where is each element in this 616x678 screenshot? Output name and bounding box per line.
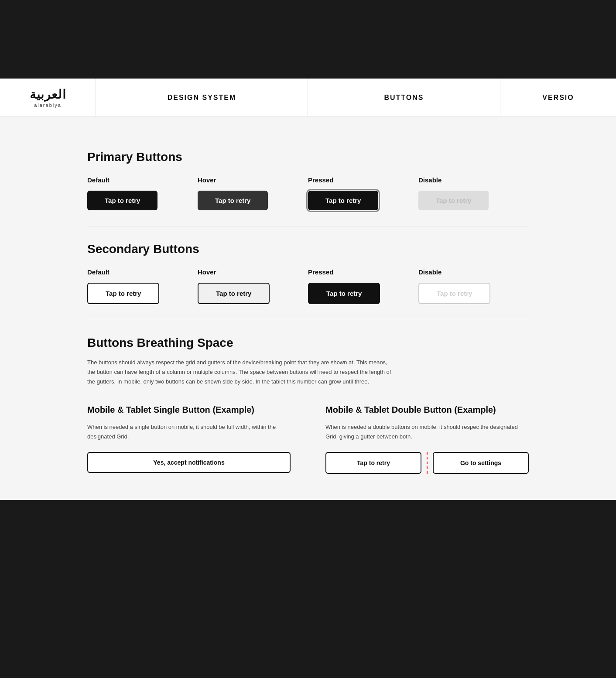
secondary-pressed-col: Pressed Tap to retry xyxy=(308,268,418,304)
mobile-single-title: Mobile & Tablet Single Button (Example) xyxy=(87,404,291,415)
primary-hover-button[interactable]: Tap to retry xyxy=(198,191,268,210)
main-content: Primary Buttons Default Tap to retry Hov… xyxy=(0,117,616,500)
header: العربية alarabiya DESIGN SYSTEM BUTTONS … xyxy=(0,79,616,117)
secondary-divider xyxy=(87,320,529,320)
primary-disabled-button: Tap to retry xyxy=(418,191,489,210)
secondary-buttons-row: Default Tap to retry Hover Tap to retry … xyxy=(87,268,529,304)
secondary-disabled-col: Disable Tap to retry xyxy=(418,268,529,304)
breathing-space-title: Buttons Breathing Space xyxy=(87,336,529,350)
header-version-cell: VERSIO xyxy=(500,79,616,116)
top-background xyxy=(0,0,616,39)
primary-hover-label: Hover xyxy=(198,176,216,184)
secondary-disabled-button: Tap to retry xyxy=(418,283,490,304)
mobile-double-col: Mobile & Tablet Double Button (Example) … xyxy=(325,404,529,474)
page-wrapper: العربية alarabiya DESIGN SYSTEM BUTTONS … xyxy=(0,0,616,678)
primary-divider xyxy=(87,226,529,226)
examples-row: Mobile & Tablet Single Button (Example) … xyxy=(87,404,529,474)
mobile-double-buttons-row: Tap to retry Go to settings xyxy=(325,452,529,474)
primary-default-label: Default xyxy=(87,176,110,184)
version-label: VERSIO xyxy=(542,94,574,102)
primary-default-button[interactable]: Tap to retry xyxy=(87,191,157,210)
secondary-pressed-button[interactable]: Tap to retry xyxy=(308,283,380,304)
mobile-double-left-button[interactable]: Tap to retry xyxy=(325,452,421,474)
secondary-disabled-label: Disable xyxy=(418,268,441,276)
secondary-hover-col: Hover Tap to retry xyxy=(198,268,308,304)
primary-buttons-row: Default Tap to retry Hover Tap to retry … xyxy=(87,176,529,210)
primary-hover-col: Hover Tap to retry xyxy=(198,176,308,210)
secondary-default-label: Default xyxy=(87,268,110,276)
mobile-double-right-button[interactable]: Go to settings xyxy=(433,452,529,474)
secondary-hover-button[interactable]: Tap to retry xyxy=(198,283,270,304)
logo-latin-text: alarabiya xyxy=(34,103,62,108)
secondary-pressed-label: Pressed xyxy=(308,268,333,276)
primary-pressed-button[interactable]: Tap to retry xyxy=(308,191,378,210)
primary-buttons-title: Primary Buttons xyxy=(87,150,529,164)
secondary-default-col: Default Tap to retry xyxy=(87,268,198,304)
primary-pressed-col: Pressed Tap to retry xyxy=(308,176,418,210)
secondary-buttons-title: Secondary Buttons xyxy=(87,242,529,256)
primary-disabled-label: Disable xyxy=(418,176,441,184)
logo: العربية alarabiya xyxy=(30,87,66,108)
primary-disabled-col: Disable Tap to retry xyxy=(418,176,529,210)
mobile-single-button[interactable]: Yes, accept notifications xyxy=(87,452,291,473)
design-system-label: DESIGN SYSTEM xyxy=(168,94,236,102)
header-buttons-cell: BUTTONS xyxy=(308,79,500,116)
header-logo-cell: العربية alarabiya xyxy=(0,79,96,116)
secondary-default-button[interactable]: Tap to retry xyxy=(87,283,159,304)
button-gutter-divider xyxy=(427,452,428,474)
breathing-space-desc: The buttons should always respect the gr… xyxy=(87,358,393,387)
logo-arabic-text: العربية xyxy=(30,87,66,102)
buttons-label: BUTTONS xyxy=(384,94,424,102)
secondary-hover-label: Hover xyxy=(198,268,216,276)
mobile-double-title: Mobile & Tablet Double Button (Example) xyxy=(325,404,529,415)
primary-pressed-label: Pressed xyxy=(308,176,333,184)
mobile-single-desc: When is needed a single button on mobile… xyxy=(87,422,291,442)
mobile-double-desc: When is needed a double buttons on mobil… xyxy=(325,422,529,442)
mobile-single-col: Mobile & Tablet Single Button (Example) … xyxy=(87,404,291,473)
primary-default-col: Default Tap to retry xyxy=(87,176,198,210)
header-design-system-cell: DESIGN SYSTEM xyxy=(96,79,308,116)
